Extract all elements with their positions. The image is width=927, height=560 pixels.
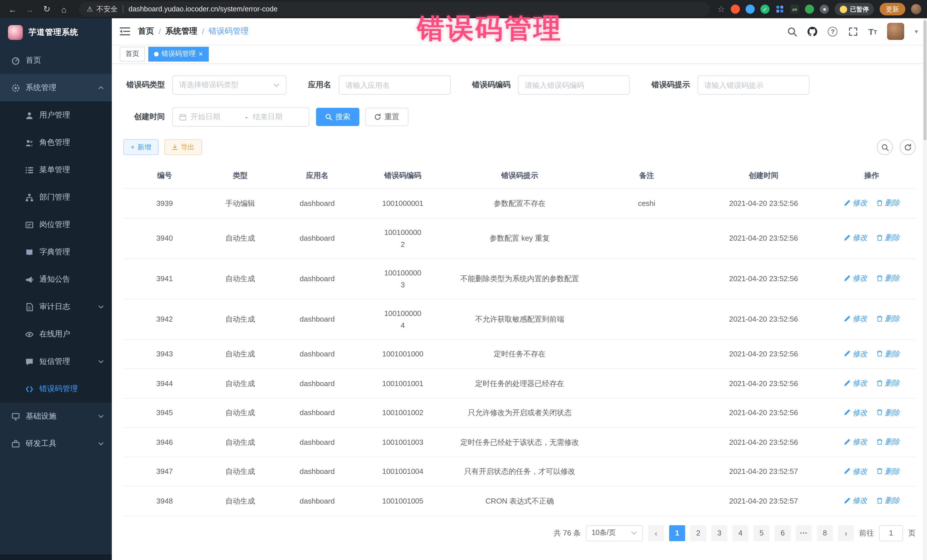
extension-on-badge-icon[interactable]: on xyxy=(790,5,799,14)
profile-paused-badge[interactable]: 已暂停 xyxy=(834,3,874,15)
tag-error-code-management[interactable]: 错误码管理 × xyxy=(148,47,208,61)
sidebar-item-menu-management[interactable]: 菜单管理 xyxy=(0,156,112,184)
extension-green-icon[interactable] xyxy=(805,5,814,14)
delete-button[interactable]: 删除 xyxy=(876,197,900,209)
reload-icon[interactable]: ↻ xyxy=(40,2,54,16)
sidebar-item-audit-log[interactable]: 审计日志 xyxy=(0,293,112,320)
export-button[interactable]: 导出 xyxy=(164,139,202,155)
delete-button[interactable]: 删除 xyxy=(876,272,900,284)
page-button-3[interactable]: 3 xyxy=(711,525,727,541)
extension-blue-icon[interactable] xyxy=(746,5,755,14)
page-button-4[interactable]: 4 xyxy=(732,525,748,541)
extension-green-check-icon[interactable]: ✓ xyxy=(760,5,769,14)
edit-button[interactable]: 修改 xyxy=(844,232,867,244)
reset-button[interactable]: 重置 xyxy=(365,108,409,126)
sidebar-item-notice-announcement[interactable]: 通知公告 xyxy=(0,266,112,293)
breadcrumb-home[interactable]: 首页 xyxy=(138,26,154,36)
cell-create-time: 2021-04-20 23:52:57 xyxy=(699,457,828,486)
app-name-input[interactable] xyxy=(345,81,444,89)
avatar-caret-icon[interactable]: ▾ xyxy=(915,28,918,35)
edit-button[interactable]: 修改 xyxy=(844,197,867,209)
edit-button[interactable]: 修改 xyxy=(844,377,867,389)
scrollbar-thumb[interactable] xyxy=(924,21,926,140)
edit-button[interactable]: 修改 xyxy=(844,436,867,448)
error-hint-input[interactable] xyxy=(704,81,802,89)
goto-page-input[interactable] xyxy=(879,525,903,541)
tag-close-icon[interactable]: × xyxy=(199,50,203,58)
edit-button[interactable]: 修改 xyxy=(844,348,867,360)
sidebar-item-infrastructure[interactable]: 基础设施 xyxy=(0,403,112,430)
browser-profile-avatar[interactable] xyxy=(911,4,921,14)
sidebar-item-error-code-management[interactable]: 错误码管理 xyxy=(0,375,112,403)
extension-grid-icon[interactable] xyxy=(775,5,784,14)
edit-button[interactable]: 修改 xyxy=(844,406,867,418)
address-bar[interactable]: ⚠ 不安全 dashboard.yudao.iocoder.cn/system/… xyxy=(79,2,710,17)
delete-button[interactable]: 删除 xyxy=(876,377,900,389)
page-button-8[interactable]: 8 xyxy=(817,525,833,541)
security-label[interactable]: 不安全 xyxy=(96,4,118,14)
sidebar-item-dictionary-management[interactable]: 字典管理 xyxy=(0,238,112,266)
sidebar-item-position-management[interactable]: 岗位管理 xyxy=(0,211,112,238)
sidebar-item-system-management[interactable]: 系统管理 xyxy=(0,74,112,102)
github-icon[interactable] xyxy=(807,26,818,36)
sidebar-item-department-management[interactable]: 部门管理 xyxy=(0,184,112,211)
add-button[interactable]: + 新增 xyxy=(123,139,159,155)
more-pages-button[interactable]: ••• xyxy=(796,525,812,541)
sidebar-item-home[interactable]: 首页 xyxy=(0,47,112,74)
delete-button[interactable]: 删除 xyxy=(876,313,900,325)
delete-button[interactable]: 删除 xyxy=(876,232,900,244)
edit-button[interactable]: 修改 xyxy=(844,465,867,477)
delete-button[interactable]: 删除 xyxy=(876,436,900,448)
browser-home-icon[interactable]: ⌂ xyxy=(57,2,71,16)
table-row: 3941 自动生成 dashboard 100100000 3 不能删除类型为系… xyxy=(123,258,916,299)
edit-button[interactable]: 修改 xyxy=(844,272,867,284)
fullscreen-icon[interactable] xyxy=(848,26,858,36)
page-scrollbar[interactable] xyxy=(923,18,927,560)
sidebar-item-dev-tools[interactable]: 研发工具 xyxy=(0,430,112,457)
page-button-6[interactable]: 6 xyxy=(775,525,791,541)
bookmark-star-icon[interactable]: ☆ xyxy=(717,4,725,14)
date-range-picker[interactable]: 开始日期 - 结束日期 xyxy=(172,107,309,127)
sidebar-item-online-users[interactable]: 在线用户 xyxy=(0,320,112,348)
breadcrumb-system-management[interactable]: 系统管理 xyxy=(166,26,198,36)
page-button-1[interactable]: 1 xyxy=(669,525,685,541)
page-button-2[interactable]: 2 xyxy=(690,525,706,541)
error-code-input[interactable] xyxy=(525,81,623,89)
trash-icon xyxy=(876,316,883,322)
search-button[interactable]: 搜索 xyxy=(316,108,359,126)
sidebar-item-role-management[interactable]: 角色管理 xyxy=(0,129,112,156)
app-logo[interactable]: 芋道管理系统 xyxy=(0,18,112,47)
extension-recorder-icon[interactable] xyxy=(731,5,740,14)
page-button-5[interactable]: 5 xyxy=(754,525,769,541)
font-size-icon[interactable]: TT xyxy=(868,27,877,36)
delete-button[interactable]: 删除 xyxy=(876,495,900,506)
browser-update-button[interactable]: 更新 xyxy=(880,3,905,15)
delete-label: 删除 xyxy=(885,495,900,506)
back-icon[interactable]: ← xyxy=(6,2,20,16)
delete-button[interactable]: 删除 xyxy=(876,348,900,360)
next-page-button[interactable]: › xyxy=(838,525,854,541)
warning-icon: ⚠ xyxy=(87,5,93,13)
url-text[interactable]: dashboard.yudao.iocoder.cn/system/error-… xyxy=(129,5,278,13)
sidebar-toggle-icon[interactable] xyxy=(120,27,130,36)
sidebar-item-sms-management[interactable]: 短信管理 xyxy=(0,348,112,375)
prev-page-button[interactable]: ‹ xyxy=(648,525,664,541)
table-row: 3947 自动生成 dashboard 1001001004 只有开启状态的任务… xyxy=(123,457,916,486)
page-size-select[interactable]: 10条/页 xyxy=(586,525,643,541)
tag-home[interactable]: 首页 xyxy=(120,47,145,61)
sidebar-item-user-management[interactable]: 用户管理 xyxy=(0,102,112,129)
extension-pin-icon[interactable] xyxy=(820,5,829,14)
error-code-type-select[interactable]: 请选择错误码类型 xyxy=(172,75,286,95)
toggle-search-button[interactable] xyxy=(877,139,893,155)
delete-button[interactable]: 删除 xyxy=(876,406,900,418)
trash-icon xyxy=(876,234,883,241)
help-icon[interactable]: ? xyxy=(828,27,837,36)
refresh-table-button[interactable] xyxy=(900,139,916,155)
user-avatar[interactable] xyxy=(887,23,904,40)
edit-button[interactable]: 修改 xyxy=(844,313,867,325)
forward-icon[interactable]: → xyxy=(23,2,36,16)
edit-button[interactable]: 修改 xyxy=(844,495,867,506)
search-icon[interactable] xyxy=(787,26,797,36)
delete-button[interactable]: 删除 xyxy=(876,465,900,477)
filter-create-time: 创建时间 开始日期 - 结束日期 xyxy=(123,107,309,127)
